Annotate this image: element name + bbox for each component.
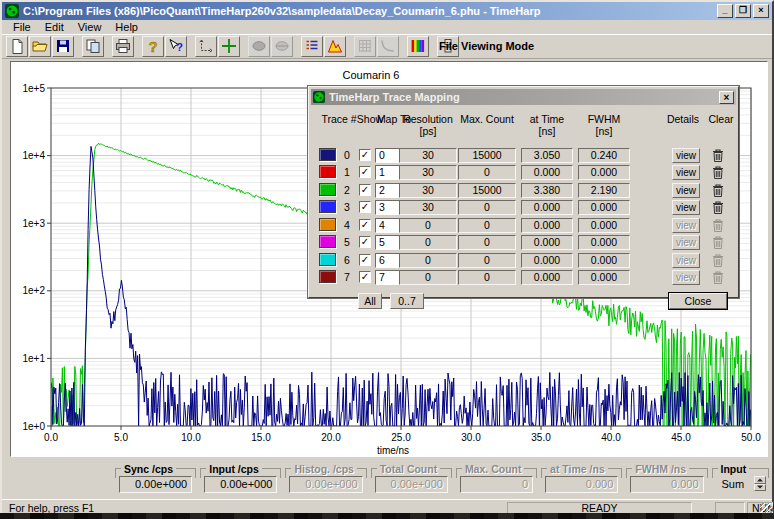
resolution-field: 30 [399, 148, 457, 163]
at-time-field: 3.050 [521, 148, 573, 163]
menu-item-edit[interactable]: Edit [38, 20, 71, 34]
show-checkbox[interactable]: ✓ [359, 254, 371, 266]
trace-row-7: 7✓700.0000.0000view [309, 269, 738, 286]
trace-color-swatch[interactable] [319, 270, 336, 283]
clear-trace-icon[interactable] [710, 165, 726, 180]
counter-label: Histog. /cps [291, 463, 357, 475]
trace-row-3: 3✓300.0000.00030view [309, 199, 738, 216]
spin-up-icon[interactable] [754, 476, 766, 484]
dialog-title-bar[interactable]: TimeHarp Trace Mapping × [311, 89, 736, 105]
x-tick-label: 45.0 [671, 432, 691, 443]
trace-color-swatch[interactable] [319, 165, 336, 178]
view-details-button: view [672, 270, 700, 285]
select-range-button[interactable]: 0..7 [390, 293, 424, 309]
column-header: FWHM [ns] [578, 113, 630, 125]
toolbar-group [6, 36, 75, 57]
x-tick-label: 15.0 [251, 432, 271, 443]
trace-row-4: 4✓400.0000.0000view [309, 217, 738, 234]
resolution-field: 30 [399, 200, 457, 215]
counter-label: FWHM /ns [632, 463, 689, 475]
menu-item-file[interactable]: File [6, 20, 38, 34]
clear-trace-icon [710, 218, 726, 233]
copy-button[interactable] [82, 36, 104, 57]
trace-row-1: 1✓100.0000.00030view [309, 164, 738, 181]
trace-number: 4 [341, 218, 353, 233]
save-file-button[interactable] [52, 36, 74, 57]
close-button[interactable]: × [753, 4, 769, 18]
show-checkbox[interactable]: ✓ [359, 166, 371, 178]
trace-color-swatch[interactable] [319, 200, 336, 213]
crosshair-button[interactable] [218, 36, 240, 57]
y-tick-label: 1e+0 [22, 421, 45, 432]
colors-button[interactable] [407, 36, 429, 57]
map-to-field[interactable]: 3 [375, 200, 401, 215]
dialog-title: TimeHarp Trace Mapping [329, 91, 719, 103]
counter-label: at Time /ns [547, 463, 608, 475]
menu-item-help[interactable]: Help [108, 20, 145, 34]
show-checkbox[interactable]: ✓ [359, 236, 371, 248]
spin-down-icon[interactable] [754, 484, 766, 492]
max-count-field: 15000 [458, 148, 516, 163]
counter-sync-cps: Sync /cps0.00e+000 [114, 463, 197, 496]
max-count-field: 0 [458, 270, 516, 285]
resolution-field: 0 [399, 253, 457, 268]
fwhm-field: 0.000 [578, 218, 630, 233]
x-tick-label: 40.0 [601, 432, 621, 443]
close-dialog-button[interactable]: Close [669, 293, 727, 309]
fwhm-field: 0.240 [578, 148, 630, 163]
histogram-button[interactable] [324, 36, 346, 57]
trace-mapping-dialog[interactable]: TimeHarp Trace Mapping × All 0..7 Close … [308, 86, 739, 298]
map-to-field[interactable]: 7 [375, 270, 401, 285]
at-time-field: 0.000 [521, 218, 573, 233]
show-checkbox[interactable]: ✓ [359, 184, 371, 196]
trace-color-swatch[interactable] [319, 183, 336, 196]
show-checkbox[interactable]: ✓ [359, 149, 371, 161]
map-to-field[interactable]: 2 [375, 183, 401, 198]
title-bar[interactable]: C:\Program Files (x86)\PicoQuant\TimeHar… [2, 2, 772, 20]
map-to-field[interactable]: 0 [375, 148, 401, 163]
map-to-field[interactable]: 1 [375, 165, 401, 180]
x-axis-label: time/ns [377, 445, 409, 456]
show-checkbox[interactable]: ✓ [359, 201, 371, 213]
trace-number: 3 [341, 200, 353, 215]
new-file-button[interactable] [6, 36, 28, 57]
counter-label: Input /cps [206, 463, 262, 475]
map-to-field[interactable]: 5 [375, 235, 401, 250]
trace-color-swatch[interactable] [319, 253, 336, 266]
map-to-field[interactable]: 4 [375, 218, 401, 233]
show-checkbox[interactable]: ✓ [359, 219, 371, 231]
x-tick-label: 10.0 [181, 432, 201, 443]
minimize-button[interactable]: _ [717, 4, 733, 18]
view-details-button[interactable]: view [672, 148, 700, 163]
axis-range-button[interactable] [195, 36, 217, 57]
select-all-button[interactable]: All [358, 293, 382, 309]
trace-list-button[interactable] [301, 36, 323, 57]
menu-item-view[interactable]: View [71, 20, 109, 34]
print-button[interactable] [112, 36, 134, 57]
clear-trace-icon[interactable] [710, 183, 726, 198]
dialog-close-icon[interactable]: × [719, 91, 734, 104]
at-time-field: 0.000 [521, 200, 573, 215]
context-help-button[interactable]: ? [165, 36, 187, 57]
trace-list-icon [304, 38, 320, 56]
view-details-button[interactable]: view [672, 200, 700, 215]
clear-trace-icon[interactable] [710, 148, 726, 163]
counter-value: 0.00e+000 [119, 476, 192, 493]
counter-fwhm-ns: FWHM /ns0.000 [625, 463, 708, 496]
help-button[interactable]: ? [142, 36, 164, 57]
restore-button[interactable]: ❐ [735, 4, 751, 18]
trace-color-swatch[interactable] [319, 148, 336, 161]
show-checkbox[interactable]: ✓ [359, 271, 371, 283]
max-count-field: 0 [458, 200, 516, 215]
map-to-field[interactable]: 6 [375, 253, 401, 268]
clear-trace-icon[interactable] [710, 200, 726, 215]
trace-color-swatch[interactable] [319, 235, 336, 248]
fit-curve-icon [380, 38, 396, 56]
context-help-icon: ? [168, 38, 184, 56]
view-details-button[interactable]: view [672, 165, 700, 180]
trace-color-swatch[interactable] [319, 218, 336, 231]
input-spinner[interactable] [754, 476, 766, 491]
view-details-button[interactable]: view [672, 183, 700, 198]
open-file-button[interactable] [29, 36, 51, 57]
clear-trace-icon [710, 253, 726, 268]
